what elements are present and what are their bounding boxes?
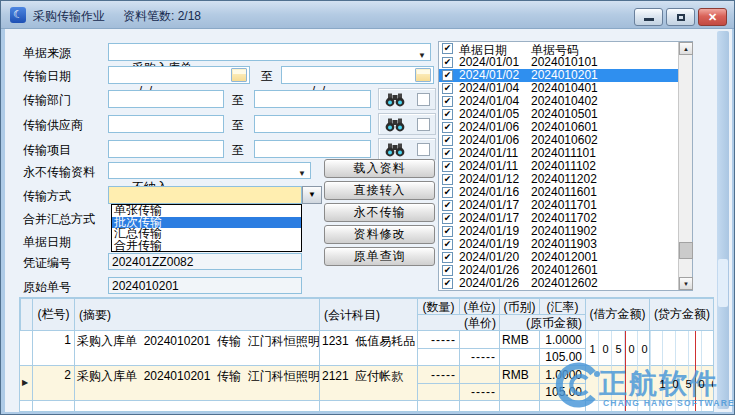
list-scrollbar[interactable]: ▲ ▼	[678, 42, 692, 290]
date-to-field[interactable]: / /	[281, 66, 434, 84]
voucher-row-empty[interactable]	[20, 401, 714, 412]
voucher-row[interactable]: 1采购入库单 2024010201 传输 江门科恒照明1231 低值易耗品---…	[20, 331, 714, 366]
scroll-up-icon[interactable]: ▲	[679, 42, 693, 55]
dept-lookup-group	[378, 88, 436, 110]
original-no-value: 2024010201	[112, 279, 179, 293]
summary-cell: 采购入库单 2024010201 传输 江门科恒照明	[77, 368, 320, 385]
document-list: ✔ 单据日期 单据号码 ✔2024/01/012024010101✔2024/0…	[438, 41, 693, 291]
range-to-label: 至	[232, 142, 244, 159]
project-label: 传输项目	[23, 142, 109, 159]
range-to-label: 至	[232, 92, 244, 109]
date-from-field[interactable]: / /	[108, 66, 250, 84]
range-to-label: 至	[232, 117, 244, 134]
row-checkbox[interactable]: ✔	[442, 187, 453, 198]
scrollbar-thumb[interactable]	[679, 242, 693, 259]
col-no-header[interactable]: (栏号)	[32, 298, 75, 331]
original-no-field[interactable]: 2024010201	[108, 277, 302, 294]
form-scrollbar[interactable]	[717, 31, 729, 409]
row-checkbox[interactable]: ✔	[442, 148, 453, 159]
account-cell: 2121 应付帐款	[322, 368, 403, 385]
project-checkbox[interactable]	[417, 143, 430, 156]
row-checkbox[interactable]: ✔	[442, 96, 453, 107]
row-checkbox[interactable]: ✔	[442, 226, 453, 237]
currency-cell: RMB	[502, 333, 529, 347]
voucher-rows: 1采购入库单 2024010201 传输 江门科恒照明1231 低值易耗品---…	[20, 331, 714, 412]
action-button-0[interactable]: 载入资料	[324, 159, 435, 178]
voucher-row[interactable]: ▶2采购入库单 2024010201 传输 江门科恒照明2121 应付帐款---…	[20, 366, 714, 401]
supplier-from-field[interactable]	[108, 115, 224, 133]
row-checkbox[interactable]: ✔	[442, 83, 453, 94]
close-button[interactable]: ✕	[698, 8, 727, 26]
row-checkbox[interactable]: ✔	[442, 122, 453, 133]
dropdown-option[interactable]: 单张传输	[112, 205, 301, 217]
select-all-checkbox[interactable]: ✔	[442, 43, 453, 54]
row-number: 2	[32, 368, 71, 382]
supplier-to-field[interactable]	[254, 115, 371, 133]
row-checkbox[interactable]: ✔	[442, 265, 453, 276]
restore-icon	[677, 14, 685, 21]
dept-to-field[interactable]	[254, 90, 371, 108]
action-button-4[interactable]: 原单查询	[324, 247, 435, 266]
supplier-label: 传输供应商	[23, 117, 109, 134]
dept-checkbox[interactable]	[417, 93, 430, 106]
form-scrollbar-thumb[interactable]	[718, 259, 728, 307]
row-checkbox[interactable]: ✔	[442, 57, 453, 68]
action-button-2[interactable]: 永不传输	[324, 203, 435, 222]
voucher-no-field[interactable]: 202401ZZ0082	[108, 253, 302, 270]
qty-cell: -----	[417, 333, 456, 347]
row-checkbox[interactable]: ✔	[442, 174, 453, 185]
binoculars-icon[interactable]	[384, 118, 406, 132]
credit-amount: 10500	[656, 366, 714, 401]
supplier-lookup-group	[378, 113, 436, 135]
credit-header[interactable]: (贷方金额)	[649, 298, 714, 331]
client-area: 单据来源 传输日期 传输部门 传输供应商 传输项目 永不传输资料 传输方式 合并…	[5, 29, 732, 412]
dropdown-option[interactable]: 批次传输	[112, 217, 301, 229]
restore-button[interactable]	[666, 8, 695, 26]
orig-amount-header[interactable]: (原币金额)	[499, 314, 586, 331]
dropdown-option[interactable]: 合并传输	[112, 240, 301, 252]
project-to-field[interactable]	[254, 140, 371, 158]
chevron-down-icon[interactable]: ▼	[418, 48, 426, 64]
list-item[interactable]: ✔2024/01/262024012602	[439, 277, 692, 290]
qty-header[interactable]: (数量)	[417, 298, 460, 315]
action-button-1[interactable]: 直接转入	[324, 181, 435, 200]
row-checkbox[interactable]: ✔	[442, 109, 453, 120]
never-transfer-select[interactable]: 不纳入 ▼	[108, 162, 311, 179]
dropdown-option[interactable]: 汇总传输	[112, 228, 301, 240]
calendar-icon[interactable]	[415, 68, 431, 82]
row-checkbox[interactable]: ✔	[442, 252, 453, 263]
rate-header[interactable]: (汇率)	[539, 298, 586, 315]
row-checkbox[interactable]: ✔	[442, 213, 453, 224]
method-combo[interactable]: 批次传输	[108, 186, 302, 204]
currency-header[interactable]: (币别)	[499, 298, 540, 315]
debit-header[interactable]: (借方金额)	[585, 298, 650, 331]
app-logo-icon: ☾	[10, 7, 26, 23]
price-header[interactable]: (单价)	[417, 314, 500, 331]
source-select[interactable]: 采购入库单 ▼	[108, 43, 431, 61]
doc-date-label: 单据日期	[23, 234, 109, 251]
row-checkbox[interactable]: ✔	[442, 135, 453, 146]
voucher-table: (栏号) (摘要) (会计科目) (数量) (单位) (币别) (汇率) (单价…	[19, 297, 714, 412]
supplier-checkbox[interactable]	[417, 118, 430, 131]
calendar-icon[interactable]	[231, 68, 247, 82]
action-button-3[interactable]: 资料修改	[324, 225, 435, 244]
binoculars-icon[interactable]	[384, 143, 406, 157]
row-checkbox[interactable]: ✔	[442, 200, 453, 211]
dept-from-field[interactable]	[108, 90, 224, 108]
row-checkbox[interactable]: ✔	[442, 161, 453, 172]
titlebar: ☾ 采购传输作业 资料笔数: 2/18 ✕	[1, 1, 734, 29]
method-label: 传输方式	[23, 188, 109, 205]
summary-header[interactable]: (摘要)	[74, 298, 320, 331]
project-from-field[interactable]	[108, 140, 224, 158]
account-header[interactable]: (会计科目)	[319, 298, 418, 331]
binoculars-icon[interactable]	[384, 93, 406, 107]
method-dropdown-button[interactable]: ▼	[302, 186, 322, 204]
row-checkbox[interactable]: ✔	[442, 278, 453, 289]
row-checkbox[interactable]: ✔	[442, 239, 453, 250]
minimize-button[interactable]	[634, 8, 663, 26]
unit-header[interactable]: (单位)	[459, 298, 500, 315]
scroll-down-icon[interactable]: ▼	[679, 277, 693, 290]
row-checkbox[interactable]: ✔	[442, 70, 453, 81]
chevron-down-icon[interactable]: ▼	[298, 166, 306, 182]
window-title: 采购传输作业	[33, 8, 105, 25]
